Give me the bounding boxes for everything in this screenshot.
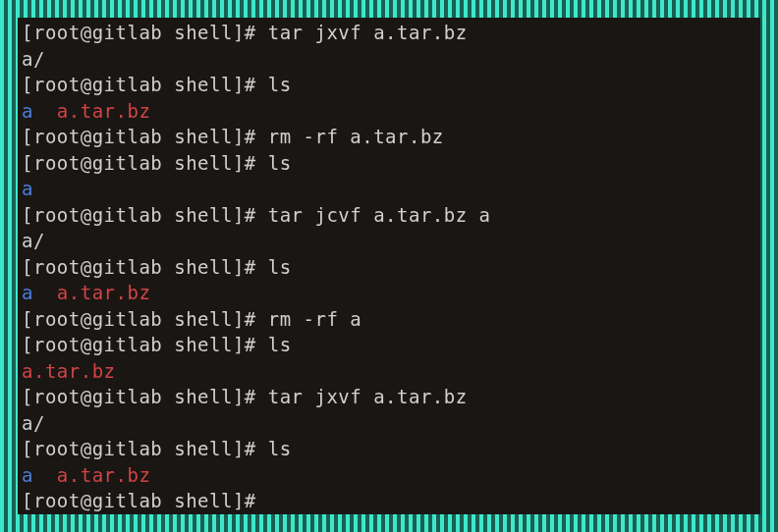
ls-archive: a.tar.bz xyxy=(57,282,151,303)
shell-prompt: [root@gitlab shell]# xyxy=(22,22,268,43)
terminal-line: a a.tar.bz xyxy=(22,462,756,489)
ls-directory: a xyxy=(22,282,33,303)
terminal-line: [root@gitlab shell]# ls xyxy=(22,150,756,177)
shell-prompt: [root@gitlab shell]# xyxy=(22,438,268,459)
terminal-line: [root@gitlab shell]# ls xyxy=(22,436,756,462)
shell-command: tar jxvf a.tar.bz xyxy=(268,22,468,43)
terminal-line: [root@gitlab shell]# ls xyxy=(22,332,756,358)
terminal-window[interactable]: [root@gitlab shell]# tar jxvf a.tar.bza/… xyxy=(18,18,760,514)
ls-separator xyxy=(33,464,57,486)
terminal-line: a/ xyxy=(22,46,756,73)
terminal-line: a xyxy=(22,176,756,202)
terminal-line: a a.tar.bz xyxy=(22,98,756,125)
shell-command: tar jcvf a.tar.bz a xyxy=(268,204,491,226)
shell-command: ls xyxy=(268,74,292,95)
shell-prompt: [root@gitlab shell]# xyxy=(22,308,268,330)
shell-prompt: [root@gitlab shell]# xyxy=(22,490,268,511)
terminal-line: a/ xyxy=(22,228,756,254)
shell-command: rm -rf a.tar.bz xyxy=(268,126,444,147)
ls-directory: a xyxy=(22,178,33,199)
terminal-line: a a.tar.bz xyxy=(22,280,756,306)
ls-archive: a.tar.bz xyxy=(57,100,151,122)
ls-archive: a.tar.bz xyxy=(22,360,116,382)
terminal-line: a.tar.bz xyxy=(22,358,756,385)
ls-separator xyxy=(33,282,57,303)
shell-prompt: [root@gitlab shell]# xyxy=(22,74,268,95)
terminal-line: [root@gitlab shell]# rm -rf a xyxy=(22,306,756,333)
shell-command: ls xyxy=(268,256,292,278)
shell-prompt: [root@gitlab shell]# xyxy=(22,126,268,147)
shell-prompt: [root@gitlab shell]# xyxy=(22,256,268,278)
shell-output: a/ xyxy=(22,230,45,251)
shell-prompt: [root@gitlab shell]# xyxy=(22,152,268,174)
terminal-line: a/ xyxy=(22,410,756,437)
terminal-line: [root@gitlab shell]# rm -rf a.tar.bz xyxy=(22,124,756,150)
terminal-line: [root@gitlab shell]# tar jcvf a.tar.bz a xyxy=(22,202,756,229)
terminal-line: [root@gitlab shell]# tar jxvf a.tar.bz xyxy=(22,384,756,410)
ls-separator xyxy=(33,100,57,122)
shell-output: a/ xyxy=(22,412,45,434)
shell-command: ls xyxy=(268,438,292,459)
shell-command: ls xyxy=(268,334,292,355)
terminal-line: [root@gitlab shell]# ls xyxy=(22,254,756,281)
shell-prompt: [root@gitlab shell]# xyxy=(22,204,268,226)
terminal-line: [root@gitlab shell]# xyxy=(22,488,756,514)
ls-archive: a.tar.bz xyxy=(57,464,151,486)
shell-command: ls xyxy=(268,152,292,174)
ls-directory: a xyxy=(22,464,33,486)
shell-output: a/ xyxy=(22,48,45,70)
shell-command: tar jxvf a.tar.bz xyxy=(268,386,468,407)
shell-command: rm -rf a xyxy=(268,308,362,330)
shell-prompt: [root@gitlab shell]# xyxy=(22,334,268,355)
terminal-line: [root@gitlab shell]# ls xyxy=(22,72,756,98)
terminal-line: [root@gitlab shell]# tar jxvf a.tar.bz xyxy=(22,20,756,46)
shell-prompt: [root@gitlab shell]# xyxy=(22,386,268,407)
ls-directory: a xyxy=(22,100,33,122)
